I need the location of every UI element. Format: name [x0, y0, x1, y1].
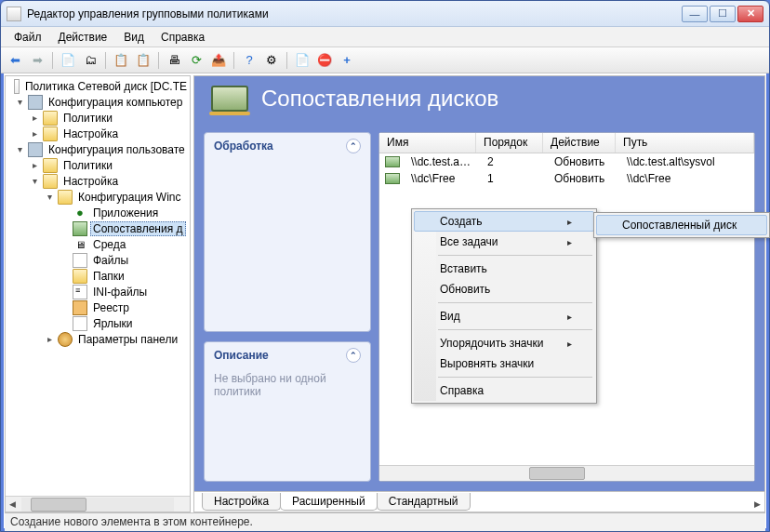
- menu-file[interactable]: Файл: [7, 29, 49, 46]
- ctx-alltasks[interactable]: Все задачи: [414, 232, 594, 252]
- copy-button[interactable]: 📋: [111, 50, 131, 71]
- minimize-button[interactable]: —: [682, 6, 708, 22]
- description-panel: Описание⌃ Не выбрано ни одной политики: [204, 341, 371, 482]
- env-icon: [73, 237, 87, 252]
- create-submenu: Сопоставленный диск: [593, 212, 770, 238]
- controlpanel-icon: [58, 332, 73, 347]
- refresh-button[interactable]: ⟳: [186, 50, 206, 71]
- tree-ctrlpanel[interactable]: Параметры панели: [75, 333, 180, 346]
- submenu-arrow-icon: [567, 215, 572, 228]
- tree-drivemaps[interactable]: Сопоставления д: [90, 221, 186, 236]
- ctx-align[interactable]: Выровнять значки: [414, 353, 594, 374]
- computer-icon: [28, 95, 43, 110]
- tree-files[interactable]: Файлы: [90, 254, 131, 267]
- ctx-create[interactable]: Создать Сопоставленный диск: [414, 211, 594, 232]
- options-button[interactable]: ⚙: [261, 50, 282, 71]
- tab-extended[interactable]: Расширенный: [280, 493, 378, 511]
- stop-button[interactable]: ⛔: [314, 50, 335, 71]
- apps-icon: ●: [73, 206, 87, 220]
- tree-user-policies[interactable]: Политики: [60, 159, 115, 172]
- folder-open-icon: [58, 190, 73, 205]
- help-button[interactable]: ?: [239, 50, 259, 71]
- col-order[interactable]: Порядок: [476, 133, 543, 153]
- content-header: Сопоставления дисков: [194, 76, 764, 125]
- ctx-paste[interactable]: Вставить: [414, 259, 594, 279]
- policy-icon: [14, 79, 20, 94]
- tree-root[interactable]: Политика Сетевой диск [DC.TE: [22, 80, 190, 93]
- toolbar: ⬅ ➡ 📄 🗂 📋 📋 🖶 ⟳ 📤 ? ⚙ 📄 ⛔ +: [1, 47, 769, 73]
- ctx-help[interactable]: Справка: [414, 380, 594, 401]
- description-text: Не выбрано ни одной политики: [205, 368, 370, 424]
- folder-icon: [43, 111, 58, 126]
- tab-settings[interactable]: Настройка: [202, 493, 281, 511]
- up-button[interactable]: 📄: [58, 50, 78, 71]
- cell-action: Обновить: [547, 154, 619, 169]
- shortcuts-icon: [73, 316, 87, 331]
- tree-env[interactable]: Среда: [90, 238, 128, 251]
- tree-pane: Политика Сетевой диск [DC.TE Конфигураци…: [5, 75, 191, 512]
- tree-hscrollbar[interactable]: ◀▶: [6, 496, 190, 512]
- tree-comp-policies[interactable]: Политики: [60, 112, 115, 125]
- menu-action[interactable]: Действие: [51, 29, 115, 46]
- tab-standard[interactable]: Стандартный: [377, 493, 471, 511]
- app-icon: [7, 7, 21, 21]
- folder-open-icon: [43, 174, 58, 189]
- tree-winconf[interactable]: Конфигурация Winc: [75, 191, 184, 204]
- ctx-view[interactable]: Вид: [414, 306, 594, 326]
- close-button[interactable]: ✕: [737, 6, 763, 22]
- tree-user-conf[interactable]: Конфигурация пользовате: [46, 143, 188, 156]
- col-action[interactable]: Действие: [543, 133, 616, 153]
- page-title: Сопоставления дисков: [261, 86, 498, 112]
- tree-apps[interactable]: Приложения: [90, 206, 161, 219]
- cell-name: \\dc\Free: [404, 171, 480, 186]
- export-button[interactable]: 📤: [208, 50, 229, 71]
- user-icon: [28, 142, 43, 157]
- ctx-mapped-drive[interactable]: Сопоставленный диск: [596, 215, 767, 235]
- folder-icon: [43, 158, 58, 173]
- drive-icon: [385, 173, 400, 184]
- tree-user-settings[interactable]: Настройка: [60, 175, 121, 188]
- menu-view[interactable]: Вид: [116, 29, 152, 46]
- collapse-button[interactable]: ⌃: [346, 348, 361, 363]
- titlebar: Редактор управления групповыми политикам…: [1, 1, 769, 27]
- statusbar: Создание нового элемента в этом контейне…: [5, 512, 765, 531]
- maximize-button[interactable]: ☐: [710, 6, 736, 22]
- menu-help[interactable]: Справка: [153, 29, 212, 46]
- context-menu: Создать Сопоставленный диск Все задачи В…: [411, 208, 597, 404]
- list-header: Имя Порядок Действие Путь: [379, 133, 754, 153]
- list-hscrollbar[interactable]: [379, 465, 754, 481]
- back-button[interactable]: ⬅: [5, 50, 25, 71]
- tree-shortcuts[interactable]: Ярлыки: [90, 317, 136, 330]
- description-title: Описание: [214, 349, 269, 362]
- ctx-refresh[interactable]: Обновить: [414, 279, 594, 299]
- tree-registry[interactable]: Реестр: [90, 301, 132, 314]
- paste-button[interactable]: 📋: [133, 50, 153, 71]
- print-button[interactable]: 🖶: [164, 50, 184, 71]
- forward-button[interactable]: ➡: [27, 50, 47, 71]
- drive-maps-icon: [211, 86, 248, 112]
- table-row[interactable]: \\dc.test.alt\...2Обновить\\dc.test.alt\…: [379, 153, 754, 170]
- processing-title: Обработка: [214, 140, 273, 153]
- window-title: Редактор управления групповыми политикам…: [27, 7, 682, 20]
- cell-name: \\dc.test.alt\...: [404, 154, 480, 169]
- cell-order: 2: [480, 154, 547, 169]
- folder-icon: [43, 126, 58, 141]
- tree-comp-settings[interactable]: Настройка: [60, 127, 121, 140]
- page-button[interactable]: 📄: [292, 50, 312, 71]
- add-button[interactable]: +: [337, 50, 357, 71]
- tree-ini[interactable]: INI-файлы: [90, 286, 150, 299]
- cell-path: \\dc\Free: [619, 171, 754, 186]
- cell-action: Обновить: [547, 171, 619, 186]
- submenu-arrow-icon: [567, 337, 572, 350]
- col-name[interactable]: Имя: [379, 133, 476, 153]
- tree[interactable]: Политика Сетевой диск [DC.TE Конфигураци…: [6, 76, 190, 496]
- ctx-arrange[interactable]: Упорядочить значки: [414, 333, 594, 353]
- collapse-button[interactable]: ⌃: [346, 139, 361, 153]
- submenu-arrow-icon: [567, 235, 572, 248]
- table-row[interactable]: \\dc\Free1Обновить\\dc\Free: [379, 170, 754, 187]
- col-path[interactable]: Путь: [616, 133, 754, 153]
- tree-comp-conf[interactable]: Конфигурация компьютер: [46, 96, 185, 109]
- folder-icon: [73, 269, 87, 284]
- tree-folders[interactable]: Папки: [90, 270, 127, 283]
- show-tree-button[interactable]: 🗂: [80, 50, 100, 71]
